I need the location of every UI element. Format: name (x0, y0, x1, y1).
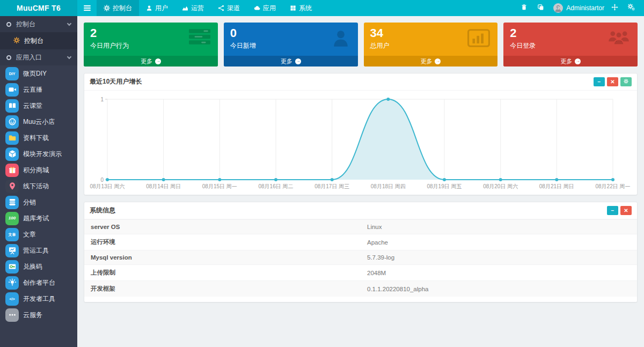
sidebar-app-module-dev-demo[interactable]: 模块开发演示 (0, 146, 77, 162)
nav-item-label: 运营 (191, 4, 204, 13)
system-info-panel-title: 系统信息 (90, 206, 115, 215)
svg-text:08月13日 周六: 08月13日 周六 (90, 183, 125, 189)
sidebar-app-label: 积分商城 (23, 166, 49, 175)
sidebar-app-operation-tools[interactable]: 营运工具 (0, 242, 77, 259)
system-info-value: 5.7.39-log (361, 250, 637, 265)
sidebar-app-label: 云课堂 (23, 101, 42, 110)
nav-item-label: 应用 (263, 4, 276, 13)
svg-text:1: 1 (100, 97, 104, 102)
circle-icon (6, 22, 11, 27)
sidebar-app-data-download[interactable]: 资料下载 (0, 130, 77, 146)
sidebar-app-points-mall[interactable]: 积分商城 (0, 162, 77, 178)
sidebar-app-exam-bank[interactable]: 100题库考试 (0, 210, 77, 226)
gear-icon (13, 37, 20, 45)
nav-item-users[interactable]: 用户 (139, 0, 175, 16)
svg-text:08月15日 周一: 08月15日 周一 (202, 183, 237, 189)
arrows-icon (611, 4, 618, 12)
system-info-panel-header: 系统信息 −✕ (84, 202, 637, 219)
muu-cloud-shop-icon (5, 115, 19, 129)
creator-platform-icon (5, 276, 19, 290)
sidebar-item-console-dashboard[interactable]: 控制台 (0, 32, 77, 49)
sidebar-app-muu-cloud-shop[interactable]: Muu云小店 (0, 114, 77, 130)
nav-item-system[interactable]: 系统 (283, 0, 319, 16)
sidebar-app-label: 云服务 (23, 311, 42, 320)
users-icon (146, 5, 152, 11)
system-info-label: server OS (84, 220, 361, 234)
sidebar-app-cloud-classroom[interactable]: 云课堂 (0, 98, 77, 114)
cogs-icon (628, 4, 635, 12)
svg-text:08月20日 周六: 08月20日 周六 (483, 183, 518, 189)
navbar-trash-button[interactable] (516, 0, 532, 16)
card-more-link[interactable]: 更多 → (364, 56, 498, 67)
nav-item-console[interactable]: 控制台 (97, 0, 139, 16)
svg-text:08月22日 周一: 08月22日 周一 (595, 183, 630, 189)
svg-text:08月16日 周二: 08月16日 周二 (258, 183, 293, 189)
module-dev-demo-icon (5, 147, 19, 161)
exam-bank-icon: 100 (5, 212, 19, 225)
section-label: 控制台 (16, 20, 35, 29)
navbar-fullscreen-button[interactable] (606, 0, 623, 16)
arrow-right-icon: → (435, 58, 441, 64)
arrow-right-icon: → (295, 58, 301, 64)
more-label: 更多 (281, 57, 292, 65)
card-more-link[interactable]: 更多 → (224, 56, 358, 67)
sidebar-app-page-diy[interactable]: DIY微页DIY (0, 65, 77, 82)
sidebar-toggle-button[interactable] (77, 0, 97, 16)
user-avatar[interactable]: ? (553, 3, 563, 13)
nav-item-label: 渠道 (227, 4, 240, 13)
svg-text:08月18日 周四: 08月18日 周四 (371, 183, 406, 189)
sidebar-app-creator-platform[interactable]: 创作者平台 (0, 275, 77, 291)
system-info-row: 运行环境Apache (84, 234, 637, 250)
svg-text:0: 0 (100, 177, 104, 183)
system-info-label: 上传限制 (84, 265, 361, 281)
apps-icon (254, 5, 260, 11)
sidebar-app-distribution[interactable]: 分销 (0, 194, 77, 210)
system-info-row: 开发框架0.1.1.20220810_alpha (84, 281, 637, 297)
sidebar-app-cloud-service[interactable]: 云服务 (0, 307, 77, 323)
chart-panel-settings-button[interactable] (620, 77, 632, 86)
system-info-panel: 系统信息 −✕ server OSLinux运行环境ApacheMysql ve… (84, 202, 638, 302)
navbar-clone-button[interactable] (532, 0, 549, 16)
circle-icon (6, 55, 11, 60)
card-more-link[interactable]: 更多 → (503, 56, 638, 67)
operation-tools-icon (5, 244, 19, 257)
sidebar-app-developer-tools[interactable]: </>开发者工具 (0, 291, 77, 307)
user-growth-panel: 最近10天用户增长 −✕ 0108月13日 周六08月14日 周日08月15日 … (84, 73, 638, 195)
sidebar-app-cloud-live[interactable]: 云直播 (0, 82, 77, 98)
more-label: 更多 (420, 57, 432, 65)
sidebar-section-app-entry[interactable]: 应用入口 (0, 49, 77, 65)
sidebar-app-label: 线下活动 (23, 182, 49, 191)
system-panel-collapse-button[interactable]: − (607, 206, 618, 215)
offline-activity-icon (5, 180, 19, 193)
brand-logo[interactable]: MuuCMF T6 (0, 0, 77, 16)
list-rows-icon (189, 29, 210, 46)
chart-box-icon (467, 29, 490, 49)
navbar-settings-button[interactable] (623, 0, 640, 16)
system-icon (290, 5, 296, 11)
sidebar-app-article[interactable]: 文章文章 (0, 226, 77, 242)
nav-item-apps[interactable]: 应用 (247, 0, 283, 16)
user-growth-panel-header: 最近10天用户增长 −✕ (84, 73, 637, 91)
main-content: 2 今日用户行为 更多 → 0 今日新增 更多 → 34 总用户 更多 → 2 … (77, 16, 644, 347)
sidebar-app-redeem-code[interactable]: 兑换码 (0, 259, 77, 275)
system-info-label: Mysql version (84, 250, 361, 265)
system-panel-close-button[interactable]: ✕ (620, 206, 632, 215)
sidebar-item-label: 控制台 (24, 36, 43, 46)
cloud-classroom-icon (5, 99, 19, 113)
nav-item-label: 用户 (155, 4, 168, 13)
system-info-row: server OSLinux (84, 220, 637, 234)
nav-item-channel[interactable]: 渠道 (211, 0, 247, 16)
nav-item-operation[interactable]: 运营 (175, 0, 211, 16)
navbar-right: ?Administartor (516, 0, 644, 16)
chart-panel-collapse-button[interactable]: − (594, 77, 605, 86)
card-more-link[interactable]: 更多 → (84, 56, 218, 67)
sidebar-app-label: 模块开发演示 (23, 150, 62, 159)
sidebar-section-console[interactable]: 控制台 (0, 16, 77, 32)
stat-card-today-actions: 2 今日用户行为 更多 → (84, 23, 218, 67)
stat-card-today-logins: 2 今日登录 更多 → (503, 23, 638, 67)
chart-panel-close-button[interactable]: ✕ (607, 77, 618, 86)
username-label[interactable]: Administartor (566, 4, 604, 12)
sidebar-app-offline-activity[interactable]: 线下活动 (0, 178, 77, 194)
system-info-table: server OSLinux运行环境ApacheMysql version5.7… (84, 219, 637, 297)
sidebar-app-label: 资料下载 (23, 134, 49, 143)
